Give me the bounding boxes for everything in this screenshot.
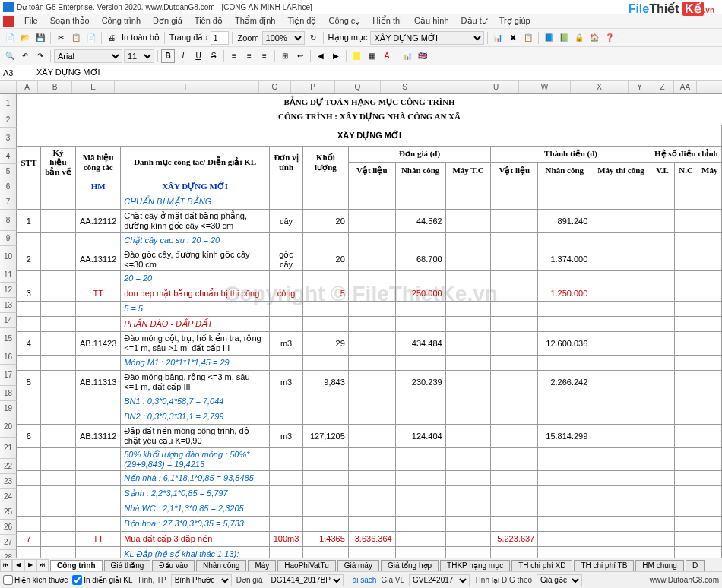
menu-item[interactable]: Tiên độ — [188, 14, 229, 27]
col-header[interactable]: Z — [651, 81, 674, 93]
menu-item[interactable]: Cấu hình — [408, 14, 455, 27]
first-page-label[interactable]: Trang đầu — [168, 33, 210, 43]
tool8-icon[interactable]: ❓ — [603, 31, 616, 45]
underline-button[interactable]: U — [192, 49, 205, 63]
tool2-icon[interactable]: ✖ — [506, 31, 520, 45]
sheet-tab[interactable]: HaoPhiVatTu — [277, 560, 335, 571]
tool4-icon[interactable]: 📘 — [542, 31, 556, 45]
row-header[interactable]: 13 — [0, 298, 17, 313]
menu-item[interactable]: Đơn giá — [147, 14, 188, 27]
tab-first-icon[interactable]: ⏮ — [0, 559, 12, 571]
chart-icon[interactable]: 📊 — [401, 49, 414, 63]
page-input[interactable] — [211, 31, 229, 45]
col-header[interactable]: F — [115, 81, 259, 93]
sheet-tab[interactable]: THKP hạng mục — [440, 560, 510, 571]
sheet-tab[interactable]: Giá máy — [337, 560, 379, 571]
wrap-icon[interactable]: ↩ — [293, 49, 307, 63]
sheet-tab[interactable]: Đầu vào — [152, 560, 195, 571]
col-header[interactable]: G — [259, 81, 291, 93]
row-header[interactable]: 14 — [0, 313, 17, 328]
row-header[interactable]: 7 — [0, 194, 17, 210]
col-header[interactable]: P — [291, 81, 335, 93]
col-header[interactable]: Y — [629, 81, 651, 93]
tool3-icon[interactable]: 📋 — [521, 31, 535, 45]
row-header[interactable]: 25 — [0, 504, 17, 520]
merge-icon[interactable]: ⊞ — [278, 49, 292, 63]
paste-icon[interactable]: 📄 — [84, 31, 98, 45]
flag-icon[interactable]: 🇬🇧 — [416, 49, 429, 63]
spreadsheet-grid[interactable]: 1234567891011121314151617181920212223242… — [0, 94, 722, 558]
col-header[interactable]: W — [519, 81, 571, 93]
row-header[interactable]: 28 — [0, 550, 17, 558]
fill-color-icon[interactable] — [350, 49, 363, 63]
menu-item[interactable]: File — [18, 14, 44, 27]
recalc-select[interactable]: Giá gốc — [537, 574, 582, 586]
row-header[interactable]: 20 — [0, 416, 17, 438]
row-header[interactable]: 3 — [0, 128, 17, 149]
unit-price-select[interactable]: DG1414_2017BP — [268, 574, 344, 586]
copy-icon[interactable]: 📋 — [69, 31, 83, 45]
col-header[interactable]: U — [473, 81, 519, 93]
sheet-tab[interactable]: HM chung — [635, 560, 684, 571]
sheet-tab[interactable]: D — [686, 560, 705, 571]
tab-prev-icon[interactable]: ◀ — [12, 559, 24, 571]
menu-item[interactable]: Thẩm định — [229, 14, 281, 27]
new-icon[interactable]: 📄 — [3, 31, 17, 45]
show-size-check[interactable]: Hiện kích thước — [3, 575, 68, 585]
border-icon[interactable]: ▦ — [365, 49, 378, 63]
indent-left-icon[interactable]: ◀ — [314, 49, 328, 63]
row-header[interactable]: 22 — [0, 459, 17, 474]
sheet-tab[interactable]: Giá tổng hợp — [381, 560, 439, 571]
print-detail-check[interactable]: In diễn giải KL — [72, 575, 132, 585]
col-header[interactable]: X — [571, 81, 629, 93]
cell-reference[interactable]: A3 — [0, 68, 30, 77]
col-header[interactable]: Q — [335, 81, 381, 93]
col-header[interactable]: AA — [674, 81, 697, 93]
sheet-tab[interactable]: Máy — [248, 560, 276, 571]
print-icon[interactable]: 🖨 — [105, 31, 119, 45]
tool1-icon[interactable]: 📊 — [491, 31, 505, 45]
row-header[interactable]: 18 — [0, 386, 17, 401]
row-header[interactable]: 23 — [0, 474, 17, 489]
row-header[interactable]: 19 — [0, 401, 17, 416]
menu-item[interactable]: Trợ giúp — [493, 14, 537, 27]
formula-input[interactable]: XÂY DỰNG MỚI — [30, 68, 722, 77]
zoom-select[interactable]: 100% — [262, 31, 305, 45]
sheet-tab[interactable]: TH chi phí XD — [511, 560, 572, 571]
row-header[interactable]: 12 — [0, 283, 17, 298]
data-table[interactable]: BẢNG DỰ TOÁN HẠNG MỤC CÔNG TRÌNHCÔNG TRÌ… — [17, 94, 722, 558]
row-header[interactable]: 15 — [0, 328, 17, 349]
menu-item[interactable]: Đầu tư — [455, 14, 493, 27]
row-header[interactable]: 8 — [0, 210, 17, 231]
strike-button[interactable]: S — [207, 49, 220, 63]
print-all-label[interactable]: In toàn bộ — [120, 33, 161, 43]
indent-right-icon[interactable]: ▶ — [329, 49, 343, 63]
row-header[interactable]: 11 — [0, 267, 17, 283]
tab-next-icon[interactable]: ▶ — [24, 559, 36, 571]
align-left-icon[interactable]: ≡ — [227, 49, 241, 63]
row-header[interactable]: 9 — [0, 231, 17, 246]
row-header[interactable]: 21 — [0, 438, 17, 459]
province-select[interactable]: Bình Phước — [171, 574, 232, 586]
menu-item[interactable]: Công trình — [96, 14, 147, 27]
font-select[interactable]: Arial — [54, 49, 122, 63]
row-header[interactable]: 24 — [0, 489, 17, 504]
material-price-select[interactable]: GVL242017 — [409, 574, 470, 586]
category-select[interactable]: XÂY DỰNG MỚI — [370, 31, 484, 45]
row-header[interactable]: 27 — [0, 535, 17, 550]
tool7-icon[interactable]: 🏠 — [587, 31, 601, 45]
row-header[interactable]: 4 — [0, 149, 17, 164]
italic-button[interactable]: I — [176, 49, 190, 63]
row-header[interactable]: 17 — [0, 365, 17, 386]
undo-icon[interactable]: ↶ — [18, 49, 32, 63]
row-header[interactable]: 5 — [0, 164, 17, 179]
sheet-tab[interactable]: Giá thắng — [104, 560, 151, 571]
menu-item[interactable]: Soạn thảo — [44, 14, 96, 27]
redo-icon[interactable]: ↷ — [33, 49, 47, 63]
tool5-icon[interactable]: 📗 — [557, 31, 571, 45]
row-header[interactable]: 26 — [0, 520, 17, 535]
menu-item[interactable]: Công cụ — [322, 14, 366, 27]
sheet-tab[interactable]: Công trình — [50, 560, 103, 571]
size-select[interactable]: 11 — [124, 49, 154, 63]
align-right-icon[interactable]: ≡ — [258, 49, 271, 63]
